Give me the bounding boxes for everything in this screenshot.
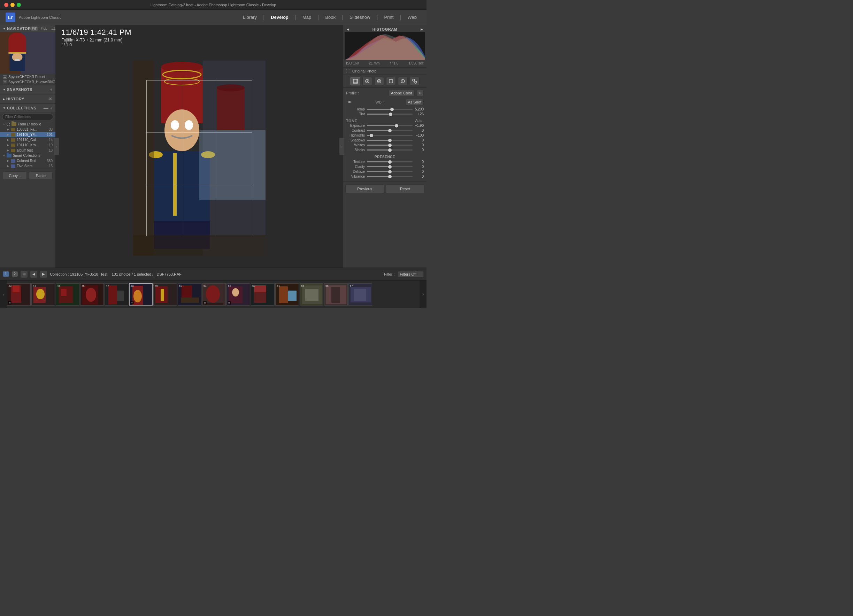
tint-thumb[interactable] [389, 112, 392, 116]
filmstrip-thumb-45[interactable]: 45 [56, 283, 79, 306]
whites-slider[interactable] [367, 144, 413, 146]
clip-highlights-icon[interactable]: ► [420, 27, 424, 31]
filmstrip-thumb-49[interactable]: 49 [153, 283, 177, 306]
auto-button[interactable]: Auto [414, 118, 424, 123]
snapshots-header[interactable]: ▼ Snapshots + [0, 85, 55, 94]
texture-slider[interactable] [367, 161, 413, 162]
heal-tool[interactable] [363, 77, 372, 85]
original-photo-checkbox[interactable] [346, 69, 350, 73]
page-2-indicator[interactable]: 2 [12, 272, 18, 277]
filmstrip-thumb-55[interactable]: 55 [300, 283, 323, 306]
shadows-thumb[interactable] [388, 139, 392, 142]
collection-item-colored-red[interactable]: ▶ Colored Red 350 [0, 158, 55, 164]
fill-button[interactable]: FILL [40, 26, 48, 31]
previous-button[interactable]: Previous [345, 184, 384, 193]
preset-item-spyder[interactable]: SpyderCHECKR Preset [0, 74, 55, 79]
nav-library[interactable]: Library [239, 13, 261, 21]
filmstrip-thumb-54[interactable]: 54 [275, 283, 299, 306]
vibrance-slider[interactable] [367, 176, 413, 177]
navigator-header[interactable]: ▼ Navigator FIT FILL 1:1 4:1 [0, 25, 55, 32]
add-snapshot-button[interactable]: + [50, 87, 53, 93]
clear-history-button[interactable]: ✕ [49, 96, 53, 102]
mask-tool[interactable] [386, 77, 396, 85]
prev-image-button[interactable]: ◀ [30, 271, 37, 278]
close-button[interactable] [4, 3, 8, 7]
filmstrip-thumb-50[interactable]: 50 [178, 283, 202, 306]
next-image-button[interactable]: ▶ [40, 271, 47, 278]
filmstrip-thumb-51[interactable]: 51 ⊞ [202, 283, 226, 306]
add-collection-button[interactable]: + [50, 105, 53, 111]
left-panel-collapse[interactable]: ‹ [54, 138, 59, 155]
highlights-thumb[interactable] [370, 134, 373, 137]
collection-group-smart-header[interactable]: ▼ Smart Collections [0, 153, 55, 158]
wb-eyedropper[interactable]: ✒ [346, 98, 354, 106]
reset-button[interactable]: Reset [386, 184, 425, 193]
dehaze-slider[interactable] [367, 171, 413, 172]
highlights-slider[interactable] [367, 135, 413, 136]
filmstrip-thumb-53[interactable]: 53 [251, 283, 275, 306]
nav-web[interactable]: Web [404, 13, 421, 21]
collection-item-0[interactable]: ▶ 180831_Fa... 33 [0, 127, 55, 132]
filter-dropdown[interactable]: Filters Off [398, 271, 424, 277]
fit-button[interactable]: FIT [31, 26, 38, 31]
nav-print[interactable]: Print [380, 13, 398, 21]
nav-map[interactable]: Map [298, 13, 315, 21]
whites-thumb[interactable] [388, 144, 392, 147]
filmstrip-thumb-56[interactable]: 56 [324, 283, 348, 306]
contrast-slider[interactable] [367, 130, 413, 131]
temp-slider[interactable] [367, 109, 413, 110]
maximize-button[interactable] [17, 3, 21, 7]
nav-book[interactable]: Book [321, 13, 340, 21]
collection-item-1[interactable]: ▶ 191105_YF... 101 [0, 132, 55, 137]
filmstrip-next[interactable]: › [419, 281, 426, 308]
1to1-button[interactable]: 1:1 [50, 26, 56, 31]
page-1-indicator[interactable]: 1 [3, 272, 9, 277]
blacks-slider[interactable] [367, 149, 413, 150]
clip-shadows-icon[interactable]: ◄ [346, 27, 350, 31]
filmstrip-thumb-44[interactable]: 44 [31, 283, 55, 306]
collection-item-album-test[interactable]: ▶ album test 18 [0, 148, 55, 153]
history-header[interactable]: ▶ History ✕ [0, 94, 55, 103]
collection-group-lr-mobile-header[interactable]: ▼ From Lr mobile [0, 121, 55, 127]
tint-slider[interactable] [367, 114, 413, 115]
exposure-thumb[interactable] [395, 124, 398, 127]
collections-header[interactable]: ▼ Collections — + [0, 104, 55, 112]
temp-thumb[interactable] [390, 108, 394, 111]
nav-develop[interactable]: Develop [267, 13, 293, 21]
collection-item-2[interactable]: ▶ 191110_Gal... 14 [0, 137, 55, 143]
wb-dropdown[interactable]: As Shot [405, 99, 424, 105]
minimize-button[interactable] [11, 3, 15, 7]
preset-item-huawei[interactable]: SpyderCHECKR_HuaweiDNG [0, 79, 55, 85]
gradient-tool[interactable] [398, 77, 408, 85]
blacks-thumb[interactable] [388, 149, 392, 152]
remove-collection-button[interactable]: — [44, 105, 49, 111]
redeye-tool[interactable] [374, 77, 384, 85]
filmstrip-thumb-47[interactable]: 47 [105, 283, 128, 306]
right-panel-collapse[interactable]: › [339, 138, 344, 155]
collection-item-3[interactable]: ▶ 191110_Kro... 19 [0, 143, 55, 148]
texture-thumb[interactable] [388, 160, 392, 164]
shadows-slider[interactable] [367, 140, 413, 141]
contrast-thumb[interactable] [388, 129, 392, 132]
filmstrip-thumb-46[interactable]: 46 [80, 283, 104, 306]
navigator-preview[interactable] [0, 32, 55, 74]
collection-item-five-stars[interactable]: ▶ Five Stars 15 [0, 164, 55, 168]
filmstrip-thumb-57[interactable]: 57 [348, 283, 372, 306]
nav-slideshow[interactable]: Slideshow [345, 13, 374, 21]
profile-dropdown[interactable]: Adobe Color [389, 90, 414, 96]
image-canvas[interactable] [56, 49, 343, 268]
profile-grid-button[interactable]: ⊞ [417, 90, 424, 96]
dehaze-thumb[interactable] [388, 170, 392, 173]
exposure-slider[interactable] [367, 125, 413, 126]
filmstrip-thumb-43[interactable]: 43 ⊞ [7, 283, 31, 306]
grid-view-button[interactable]: ⊞ [21, 271, 27, 278]
adjust-tool[interactable] [410, 77, 419, 85]
filmstrip-prev[interactable]: ‹ [0, 281, 7, 308]
filmstrip-thumb-52[interactable]: 52 ⊞ [226, 283, 250, 306]
filter-collections-input[interactable] [2, 114, 53, 120]
vibrance-thumb[interactable] [388, 175, 392, 178]
paste-button[interactable]: Paste [29, 171, 53, 180]
crop-tool[interactable] [351, 77, 360, 85]
copy-button[interactable]: Copy... [3, 171, 27, 180]
clarity-thumb[interactable] [388, 165, 392, 168]
